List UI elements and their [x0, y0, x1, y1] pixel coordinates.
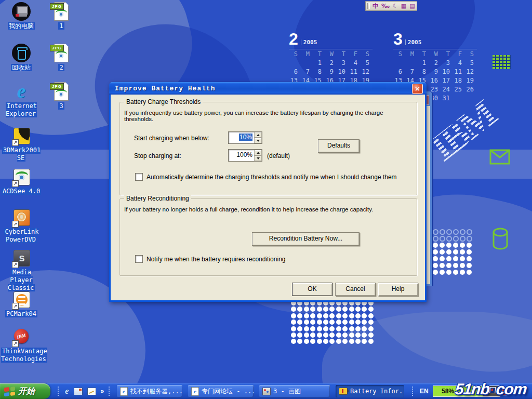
calendar-day: 10: [337, 68, 349, 75]
calendar-day: 31: [441, 95, 453, 102]
quick-launch-overflow-chevron-icon[interactable]: »: [101, 388, 104, 395]
dialog-body: Battery Charge Thresholds If you infrequ…: [111, 95, 422, 299]
punctuation-icon[interactable]: ☾: [393, 2, 398, 10]
start-threshold-value[interactable]: 10%: [229, 132, 254, 143]
taskbar-button-1[interactable]: e找不到服务器,...: [117, 385, 182, 397]
wallpaper-dot: [453, 270, 458, 275]
wallpaper-dot: [304, 326, 309, 331]
close-button[interactable]: ×: [412, 84, 423, 94]
calendar-day: 4: [349, 59, 361, 66]
spinner-down-icon[interactable]: [254, 138, 262, 143]
cyberlink-powerdvd-icon: ↗: [12, 208, 31, 227]
dialog-title: Improve Battery Health: [111, 85, 216, 92]
stop-threshold-value[interactable]: 100%: [229, 150, 254, 161]
ime-menu-icon[interactable]: ▤: [409, 2, 415, 10]
desktop-icon-jpg-file-1[interactable]: JPG1: [41, 2, 82, 30]
pcmark04-icon: ↗: [12, 290, 31, 309]
quick-launch-browser-icon[interactable]: [74, 388, 83, 395]
taskbar-button-3[interactable]: 3 - 画图: [259, 385, 330, 397]
spinner-up-icon[interactable]: [254, 132, 262, 138]
desktop-icon-label: 我的电脑: [1, 22, 42, 30]
ime-grip-handle[interactable]: [367, 3, 370, 9]
wallpaper-dot: [297, 320, 302, 325]
soft-keyboard-icon[interactable]: ▦: [401, 2, 406, 10]
stop-threshold-spinbox[interactable]: 100%: [228, 149, 262, 162]
shortcut-arrow-icon: ↗: [12, 303, 19, 310]
wallpaper-dot: [467, 263, 472, 268]
jpg-badge: JPG: [50, 45, 64, 51]
calendar-day: 1: [313, 59, 325, 66]
quick-launch-ie-icon[interactable]: e: [65, 386, 69, 396]
wallpaper-dot: [440, 243, 445, 248]
show-desktop-icon[interactable]: [87, 388, 96, 395]
toolbar-grip-handle[interactable]: [58, 387, 60, 396]
wallpaper-dot: [467, 270, 472, 275]
language-indicator[interactable]: EN: [420, 388, 429, 395]
wallpaper-dot: [453, 263, 458, 268]
calendar-day: 2: [429, 59, 441, 66]
taskbar-button-2[interactable]: e专门网论坛 - ...: [188, 385, 254, 397]
start-threshold-spinbox[interactable]: 10%: [228, 131, 262, 144]
improve-battery-health-dialog: Improve Battery Health × Battery Charge …: [109, 82, 427, 302]
calendar-weekday-row: SMTWTFS: [393, 49, 477, 58]
help-button[interactable]: Help: [378, 283, 418, 296]
taskbar-button-4[interactable]: Battery Infor...: [336, 385, 404, 397]
desktop-icon-acdsee-40[interactable]: ↗ACDSee 4.0: [1, 167, 42, 195]
chinese-mode-icon[interactable]: 中: [373, 2, 378, 10]
quick-launch-bar: e »: [54, 383, 115, 399]
dialog-titlebar[interactable]: Improve Battery Health ×: [109, 82, 427, 95]
desktop-icon-jpg-file-2[interactable]: JPG2: [41, 44, 82, 72]
wallpaper-dot: [317, 339, 322, 344]
wallpaper-dot: [460, 270, 465, 275]
start-button[interactable]: 开始: [0, 383, 50, 399]
calendar-day: 3: [337, 59, 349, 66]
calendar-day: 5: [465, 59, 477, 66]
desktop-icon-my-computer[interactable]: 我的电脑: [1, 2, 42, 30]
jpg-badge: JPG: [50, 3, 64, 10]
wallpaper-dot: [467, 243, 472, 248]
ok-button[interactable]: OK: [292, 283, 332, 296]
wallpaper-dot: [291, 332, 296, 338]
shortcut-arrow-icon: ↗: [12, 261, 19, 268]
width-toggle-icon[interactable]: ‰: [381, 2, 390, 10]
wallpaper-dot: [460, 263, 465, 268]
calendar-day: 17: [441, 77, 453, 84]
wallpaper-dot: [460, 249, 465, 255]
wallpaper-dot: [440, 256, 445, 261]
calendar-day: 26: [465, 86, 477, 93]
watermark-dot-icon: [489, 387, 496, 393]
wallpaper-dot: [323, 339, 328, 344]
calendar-weekday: T: [441, 50, 453, 58]
wallpaper-dot: [362, 320, 367, 325]
ie-page-icon: e: [191, 387, 199, 396]
windows-flag-icon: [4, 386, 15, 396]
desktop-icon-cyberlink-powerdvd[interactable]: ↗CyberLink PowerDVD: [1, 208, 42, 244]
taskbar-button-label: 3 - 画图: [273, 387, 301, 396]
stop-charging-label: Stop charging at:: [134, 152, 181, 159]
ime-language-bar[interactable]: 中‰☾▦▤: [365, 1, 417, 11]
notify-reconditioning-checkbox[interactable]: [135, 255, 143, 263]
defaults-button[interactable]: Defaults: [318, 139, 360, 153]
desktop-icon-jpg-file-3[interactable]: JPG3: [41, 82, 82, 110]
desktop-icon-3dmark2001-se[interactable]: ↗3DMark2001 SE: [1, 126, 42, 162]
battery-icon: [339, 388, 348, 395]
desktop-icon-internet-explorer[interactable]: eInternet Explorer: [1, 82, 42, 118]
cancel-button[interactable]: Cancel: [335, 283, 376, 296]
desktop-icon-media-player-classic[interactable]: s↗Media Player Classic: [1, 248, 42, 292]
spinner-up-icon[interactable]: [254, 150, 262, 155]
auto-determine-checkbox[interactable]: [135, 173, 143, 181]
calendar-weekday-row: SMTWTFS: [289, 49, 373, 58]
wallpaper-dot: [297, 326, 302, 331]
desktop-icon-thinkvantage-technologies[interactable]: IBM↗ThinkVantage Technologies: [1, 327, 42, 363]
calendar-month-number: 3: [393, 31, 403, 47]
desktop-icon-label: 3DMark2001 SE: [1, 147, 42, 162]
wallpaper-dot: [297, 332, 302, 338]
desktop-icon-pcmark04[interactable]: ↗PCMark04: [1, 290, 42, 318]
desktop-icon-recycle-bin[interactable]: 回收站: [1, 44, 42, 72]
recondition-battery-button[interactable]: Recondition Battery Now...: [252, 232, 360, 246]
calendar-weekday: F: [453, 50, 465, 58]
toolbar-grip-handle[interactable]: [109, 387, 111, 396]
calendar-day: 2: [325, 59, 337, 66]
desktop-icon-label: 3: [41, 102, 82, 110]
spinner-down-icon[interactable]: [254, 155, 262, 161]
